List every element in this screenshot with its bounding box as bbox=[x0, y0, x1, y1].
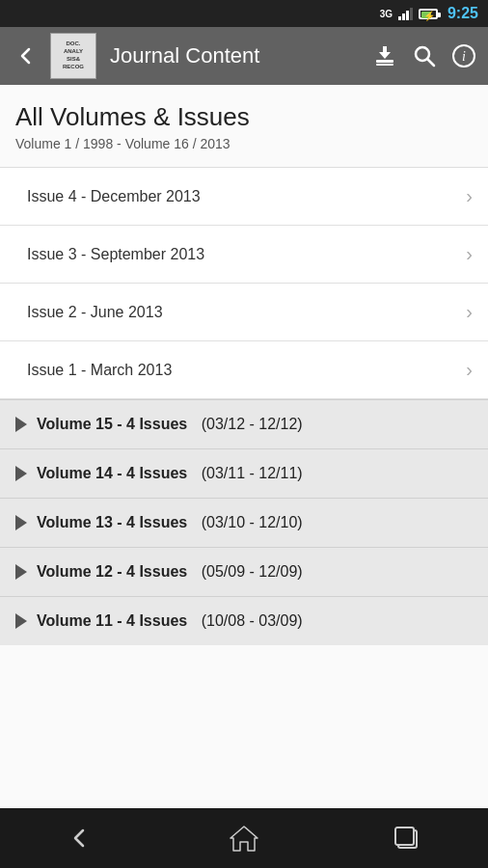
battery-icon: ⚡ bbox=[419, 9, 438, 19]
status-bar: 3G ⚡ 9:25 bbox=[0, 0, 488, 27]
expand-icon-11 bbox=[15, 613, 27, 629]
volume-item-15[interactable]: Volume 15 - 4 Issues (03/12 - 12/12) bbox=[0, 399, 488, 448]
svg-marker-2 bbox=[379, 46, 391, 59]
volume-label-15: Volume 15 - 4 Issues bbox=[37, 416, 187, 433]
signal-bars-icon bbox=[398, 7, 413, 20]
content-area: All Volumes & Issues Volume 1 / 1998 - V… bbox=[0, 85, 488, 808]
issue-label-4: Issue 1 - March 2013 bbox=[27, 362, 172, 379]
app-logo: DOC. ANALY SIS& RECOG bbox=[50, 33, 96, 79]
svg-line-4 bbox=[428, 60, 435, 67]
download-button[interactable] bbox=[372, 43, 397, 68]
info-button[interactable]: i bbox=[451, 43, 476, 68]
nav-home-button[interactable] bbox=[215, 819, 273, 857]
app-bar-actions: i bbox=[372, 43, 476, 68]
nav-bar bbox=[0, 808, 488, 868]
issue-item-2[interactable]: Issue 3 - September 2013 › bbox=[0, 226, 488, 284]
issue-item-3[interactable]: Issue 2 - June 2013 › bbox=[0, 284, 488, 341]
app-bar: DOC. ANALY SIS& RECOG Journal Content i bbox=[0, 27, 488, 85]
nav-back-button[interactable] bbox=[52, 819, 110, 857]
chevron-right-icon-1: › bbox=[466, 185, 473, 207]
back-button[interactable] bbox=[12, 41, 41, 70]
issue-label-2: Issue 3 - September 2013 bbox=[27, 246, 204, 263]
app-bar-title: Journal Content bbox=[110, 43, 363, 68]
expanded-volume-section: Issue 4 - December 2013 › Issue 3 - Sept… bbox=[0, 167, 488, 399]
volume-label-13: Volume 13 - 4 Issues bbox=[37, 514, 187, 531]
status-time: 9:25 bbox=[447, 5, 478, 22]
volume-dates-12: (05/09 - 12/09) bbox=[197, 563, 302, 581]
volume-dates-13: (03/10 - 12/10) bbox=[197, 514, 302, 531]
search-button[interactable] bbox=[413, 44, 436, 68]
expand-icon-12 bbox=[15, 564, 27, 580]
signal-type-label: 3G bbox=[380, 9, 393, 19]
expand-icon-14 bbox=[15, 466, 27, 481]
svg-text:i: i bbox=[462, 49, 466, 64]
volume-label-12: Volume 12 - 4 Issues bbox=[37, 563, 187, 581]
volume-item-14[interactable]: Volume 14 - 4 Issues (03/11 - 12/11) bbox=[0, 448, 488, 498]
volume-label-11: Volume 11 - 4 Issues bbox=[37, 612, 187, 630]
issue-item-1[interactable]: Issue 4 - December 2013 › bbox=[0, 168, 488, 226]
page-title: All Volumes & Issues bbox=[15, 102, 473, 132]
volume-dates-11: (10/08 - 03/09) bbox=[197, 612, 302, 630]
volume-item-12[interactable]: Volume 12 - 4 Issues (05/09 - 12/09) bbox=[0, 547, 488, 596]
volume-item-11[interactable]: Volume 11 - 4 Issues (10/08 - 03/09) bbox=[0, 596, 488, 645]
chevron-right-icon-4: › bbox=[466, 359, 473, 381]
volume-item-13[interactable]: Volume 13 - 4 Issues (03/10 - 12/10) bbox=[0, 498, 488, 547]
issue-label-1: Issue 4 - December 2013 bbox=[27, 188, 201, 205]
svg-rect-9 bbox=[395, 827, 414, 845]
nav-recents-button[interactable] bbox=[378, 819, 436, 857]
svg-marker-7 bbox=[230, 827, 258, 851]
svg-rect-1 bbox=[376, 64, 393, 66]
volume-dates-15: (03/12 - 12/12) bbox=[197, 416, 302, 433]
issue-item-4[interactable]: Issue 1 - March 2013 › bbox=[0, 341, 488, 399]
expand-icon-15 bbox=[15, 417, 27, 432]
page-subtitle: Volume 1 / 1998 - Volume 16 / 2013 bbox=[15, 136, 473, 151]
expand-icon-13 bbox=[15, 515, 27, 530]
page-header: All Volumes & Issues Volume 1 / 1998 - V… bbox=[0, 85, 488, 167]
chevron-right-icon-2: › bbox=[466, 243, 473, 265]
issue-label-3: Issue 2 - June 2013 bbox=[27, 304, 163, 321]
volume-dates-14: (03/11 - 12/11) bbox=[197, 465, 302, 482]
svg-rect-0 bbox=[376, 60, 393, 63]
volume-label-14: Volume 14 - 4 Issues bbox=[37, 465, 187, 482]
chevron-right-icon-3: › bbox=[466, 301, 473, 323]
